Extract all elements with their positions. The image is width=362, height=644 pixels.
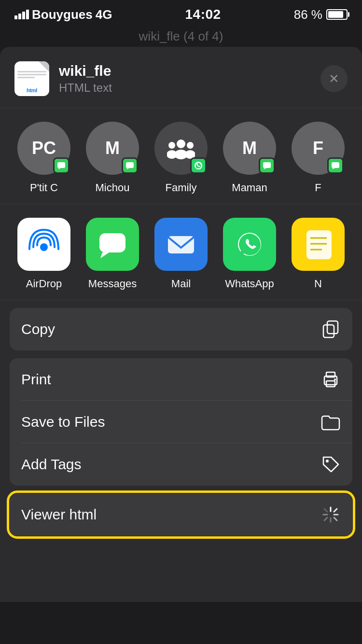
close-icon: ✕ — [329, 71, 339, 86]
svg-marker-14 — [332, 168, 335, 169]
network-label: 4G — [96, 7, 112, 22]
apps-section: AirDrop Messages — [0, 204, 362, 300]
add-tags-action[interactable]: Add Tags — [10, 443, 352, 486]
badge-messages-maman — [259, 157, 275, 174]
svg-line-34 — [324, 518, 327, 520]
svg-marker-3 — [126, 168, 129, 169]
contact-name-michou: Michou — [96, 182, 130, 194]
svg-marker-17 — [100, 252, 109, 258]
svg-point-30 — [326, 460, 329, 462]
svg-point-15 — [40, 243, 48, 251]
badge-messages-ptitc — [53, 157, 70, 174]
file-name: wiki_fle — [59, 63, 320, 79]
close-button[interactable]: ✕ — [320, 65, 348, 92]
sparkle-icon — [320, 504, 341, 525]
svg-point-7 — [167, 150, 177, 159]
svg-rect-2 — [126, 162, 134, 168]
svg-line-38 — [324, 509, 327, 512]
contacts-scroll: PC P'tit C M — [0, 122, 362, 194]
svg-rect-20 — [306, 230, 332, 259]
contact-name-maman: Maman — [232, 182, 267, 194]
apps-scroll: AirDrop Messages — [0, 218, 362, 290]
contact-ptitc[interactable]: PC P'tit C — [10, 122, 78, 194]
print-action[interactable]: Print — [10, 358, 352, 401]
avatar-maman: M — [223, 122, 276, 175]
page-navigation-hint: wiki_fle (4 of 4) — [0, 26, 362, 47]
svg-line-33 — [334, 509, 337, 512]
share-sheet: html wiki_fle HTML text ✕ PC — [0, 47, 362, 602]
avatar-michou: M — [86, 122, 139, 175]
svg-marker-12 — [264, 168, 266, 169]
time-display: 14:02 — [185, 7, 221, 22]
svg-rect-11 — [263, 162, 271, 168]
contact-name-family: Family — [166, 182, 197, 194]
contact-name-ptitc: P'tit C — [30, 182, 58, 194]
battery-info: 86 % — [294, 7, 348, 22]
tag-icon — [320, 454, 341, 475]
copy-label: Copy — [21, 321, 55, 337]
svg-point-8 — [187, 142, 194, 149]
copy-action[interactable]: Copy — [10, 308, 352, 350]
battery-icon — [326, 9, 348, 20]
nav-hint-text: wiki_fle (4 of 4) — [139, 29, 223, 44]
add-tags-label: Add Tags — [21, 456, 82, 473]
app-airdrop[interactable]: AirDrop — [10, 218, 78, 290]
app-whatsapp[interactable]: WhatsApp — [215, 218, 284, 290]
carrier-label: Bouygues — [32, 7, 93, 22]
file-info: wiki_fle HTML text — [59, 63, 320, 95]
contacts-section: PC P'tit C M — [0, 108, 362, 204]
viewer-html-action[interactable]: Viewer html — [10, 493, 352, 536]
contact-michou[interactable]: M Michou — [78, 122, 147, 194]
contact-family[interactable]: Family — [147, 122, 215, 194]
copy-group: Copy — [10, 308, 352, 350]
svg-line-37 — [334, 518, 337, 520]
app-mail[interactable]: Mail — [147, 218, 215, 290]
svg-point-29 — [334, 378, 336, 380]
avatar-family — [154, 122, 208, 175]
badge-whatsapp-family — [190, 157, 207, 174]
app-name-mail: Mail — [171, 278, 191, 290]
folder-icon — [320, 412, 341, 432]
avatar-ptitc: PC — [17, 122, 70, 175]
badge-messages-michou — [122, 157, 138, 174]
file-icon: html — [14, 61, 49, 96]
svg-rect-13 — [332, 162, 339, 168]
app-name-airdrop: AirDrop — [26, 278, 62, 290]
contact-name-partial: F — [315, 182, 321, 194]
contact-maman[interactable]: M Maman — [215, 122, 284, 194]
svg-rect-0 — [57, 162, 65, 168]
app-name-notes: N — [314, 278, 322, 290]
svg-marker-1 — [58, 168, 61, 169]
battery-percentage: 86 % — [294, 7, 322, 22]
svg-rect-18 — [168, 236, 194, 253]
contact-partial[interactable]: F F — [284, 122, 352, 194]
carrier-info: Bouygues 4G — [14, 7, 112, 22]
notes-icon — [292, 218, 345, 271]
messages-icon — [86, 218, 139, 271]
svg-rect-16 — [99, 233, 125, 252]
app-notes[interactable]: N — [284, 218, 352, 290]
status-bar: Bouygues 4G 14:02 86 % — [0, 0, 362, 26]
app-messages[interactable]: Messages — [78, 218, 147, 290]
viewer-html-group: Viewer html — [10, 493, 352, 536]
save-files-label: Save to Files — [21, 414, 105, 430]
svg-point-4 — [177, 140, 185, 148]
actions-section: Copy Print — [0, 300, 362, 551]
signal-icon — [14, 10, 29, 19]
airdrop-icon — [17, 218, 70, 271]
copy-icon — [320, 319, 341, 339]
print-icon — [320, 369, 341, 390]
viewer-html-label: Viewer html — [21, 506, 97, 523]
mail-icon — [154, 218, 208, 271]
whatsapp-icon — [223, 218, 276, 271]
file-header: html wiki_fle HTML text ✕ — [0, 47, 362, 108]
save-files-action[interactable]: Save to Files — [10, 401, 352, 443]
svg-rect-25 — [323, 325, 334, 337]
file-icon-label: html — [27, 87, 37, 93]
file-type: HTML text — [59, 81, 320, 95]
svg-rect-28 — [326, 381, 335, 387]
avatar-partial: F — [292, 122, 345, 175]
app-name-whatsapp: WhatsApp — [225, 278, 274, 290]
app-name-messages: Messages — [88, 278, 137, 290]
print-label: Print — [21, 371, 51, 388]
